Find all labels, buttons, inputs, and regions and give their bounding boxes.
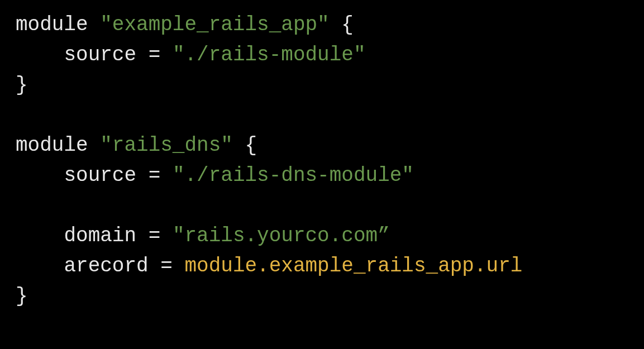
string-value: "rails.yourco.com” <box>173 224 390 247</box>
equals: = <box>149 164 161 187</box>
keyword-module: module <box>16 13 88 36</box>
module-reference: module.example_rails_app.url <box>184 255 522 278</box>
code-block: module "example_rails_app" { source = ".… <box>16 10 628 312</box>
attr-domain: domain <box>64 224 136 247</box>
equals: = <box>149 44 161 66</box>
code-line-10: } <box>16 285 28 308</box>
keyword-module: module <box>16 134 88 157</box>
module-name: "rails_dns" <box>100 134 233 157</box>
attr-source: source <box>64 44 136 66</box>
code-line-2: source = "./rails-module" <box>16 44 366 66</box>
string-value: "./rails-dns-module" <box>173 164 414 187</box>
close-brace: } <box>16 74 28 97</box>
attr-source: source <box>64 164 136 187</box>
code-line-6: source = "./rails-dns-module" <box>16 164 414 187</box>
code-line-5: module "rails_dns" { <box>16 134 257 157</box>
close-brace: } <box>16 285 28 308</box>
code-line-1: module "example_rails_app" { <box>16 13 354 36</box>
code-line-9: arecord = module.example_rails_app.url <box>16 255 522 278</box>
open-brace: { <box>245 134 257 157</box>
attr-arecord: arecord <box>64 255 148 278</box>
code-line-8: domain = "rails.yourco.com” <box>16 224 390 247</box>
string-value: "./rails-module" <box>173 44 366 66</box>
code-line-3: } <box>16 74 28 97</box>
equals: = <box>160 255 173 278</box>
open-brace: { <box>341 13 354 36</box>
module-name: "example_rails_app" <box>100 13 329 36</box>
equals: = <box>149 224 161 247</box>
